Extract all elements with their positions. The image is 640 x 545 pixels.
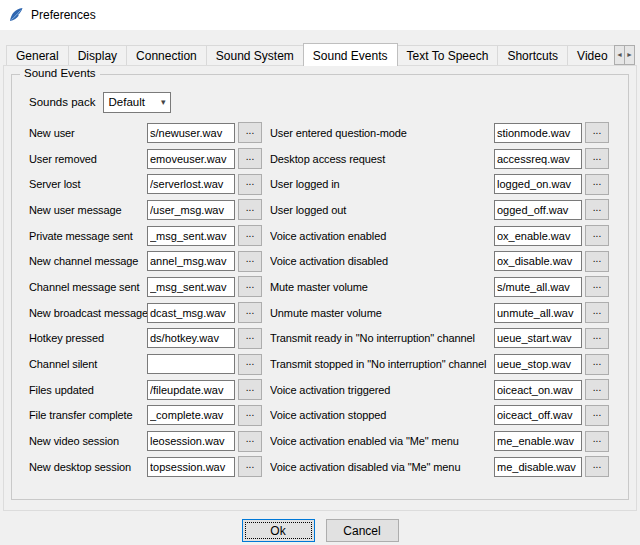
event-label: New user message — [29, 204, 147, 216]
browse-button[interactable]: ... — [585, 148, 609, 169]
sound-file-input[interactable] — [494, 405, 582, 425]
sound-file-input[interactable] — [147, 303, 235, 323]
sound-file-input[interactable] — [494, 226, 582, 246]
tab-bar: General Display Connection Sound System … — [3, 42, 637, 66]
sound-file-input[interactable] — [494, 328, 582, 348]
sound-file-input[interactable] — [147, 200, 235, 220]
sound-event-row: New video session ... Voice activation e… — [12, 428, 628, 454]
sound-file-input[interactable] — [147, 174, 235, 194]
event-label: Private message sent — [29, 230, 147, 242]
browse-button[interactable]: ... — [585, 276, 609, 297]
sound-events-groupbox: Sound Events Sounds pack Default ▾ New u… — [11, 74, 629, 500]
sound-file-input[interactable] — [494, 123, 582, 143]
event-label: Transmit ready in "No interruption" chan… — [270, 332, 494, 344]
browse-button[interactable]: ... — [585, 199, 609, 220]
tab-text-to-speech[interactable]: Text To Speech — [397, 45, 499, 66]
tab-display[interactable]: Display — [68, 45, 127, 66]
tab-general[interactable]: General — [6, 45, 69, 66]
browse-button[interactable]: ... — [585, 379, 609, 400]
sound-file-input[interactable] — [494, 303, 582, 323]
event-label: Desktop access request — [270, 153, 494, 165]
sound-event-row: New desktop session ... Voice activation… — [12, 454, 628, 480]
event-label: New video session — [29, 435, 147, 447]
tab-sound-system[interactable]: Sound System — [206, 45, 304, 66]
browse-button[interactable]: ... — [238, 456, 262, 477]
sound-file-input[interactable] — [147, 123, 235, 143]
browse-button[interactable]: ... — [238, 199, 262, 220]
browse-button[interactable]: ... — [585, 122, 609, 143]
sound-file-input[interactable] — [494, 277, 582, 297]
tab-scroll-right-button[interactable]: ► — [624, 45, 635, 65]
sound-file-input[interactable] — [147, 431, 235, 451]
sound-event-row: New user message ... User logged out ... — [12, 197, 628, 223]
browse-button[interactable]: ... — [238, 379, 262, 400]
chevron-down-icon: ▾ — [161, 97, 166, 107]
browse-button[interactable]: ... — [238, 225, 262, 246]
browse-button[interactable]: ... — [238, 122, 262, 143]
browse-button[interactable]: ... — [585, 328, 609, 349]
browse-button[interactable]: ... — [238, 174, 262, 195]
event-label: New broadcast message — [29, 307, 147, 319]
tab-scroll-buttons: ◄ ► — [614, 45, 635, 65]
browse-button[interactable]: ... — [585, 302, 609, 323]
browse-button[interactable]: ... — [238, 148, 262, 169]
sound-file-input[interactable] — [147, 149, 235, 169]
cancel-button[interactable]: Cancel — [326, 519, 399, 542]
sound-file-input[interactable] — [494, 200, 582, 220]
browse-button[interactable]: ... — [238, 302, 262, 323]
browse-button[interactable]: ... — [585, 225, 609, 246]
browse-button[interactable]: ... — [238, 405, 262, 426]
sound-file-input[interactable] — [147, 251, 235, 271]
tab-connection[interactable]: Connection — [126, 45, 207, 66]
sound-event-row: Hotkey pressed ... Transmit ready in "No… — [12, 326, 628, 352]
sound-file-input[interactable] — [494, 354, 582, 374]
sounds-pack-value: Default — [109, 96, 145, 108]
event-label: Hotkey pressed — [29, 332, 147, 344]
event-label: Channel message sent — [29, 281, 147, 293]
sound-file-input[interactable] — [494, 174, 582, 194]
sound-event-row: Server lost ... User logged in ... — [12, 171, 628, 197]
sound-event-row: New broadcast message ... Unmute master … — [12, 300, 628, 326]
browse-button[interactable]: ... — [585, 354, 609, 375]
tab-video[interactable]: Video — [567, 45, 617, 66]
sound-event-row: New user ... User entered question-mode … — [12, 120, 628, 146]
sound-file-input[interactable] — [494, 431, 582, 451]
sound-file-input[interactable] — [147, 380, 235, 400]
sound-file-input[interactable] — [494, 380, 582, 400]
browse-button[interactable]: ... — [238, 354, 262, 375]
sound-file-input[interactable] — [147, 328, 235, 348]
event-label: User entered question-mode — [270, 127, 494, 139]
event-label: Voice activation enabled — [270, 230, 494, 242]
sound-file-input[interactable] — [147, 226, 235, 246]
sound-file-input[interactable] — [147, 354, 235, 374]
event-label: User removed — [29, 153, 147, 165]
event-label: File transfer complete — [29, 409, 147, 421]
title-bar: Preferences — [0, 0, 640, 30]
event-label: Voice activation disabled — [270, 255, 494, 267]
tab-sound-events[interactable]: Sound Events — [303, 43, 398, 66]
browse-button[interactable]: ... — [238, 328, 262, 349]
ok-button[interactable]: Ok — [242, 519, 315, 542]
browse-button[interactable]: ... — [238, 276, 262, 297]
browse-button[interactable]: ... — [585, 251, 609, 272]
browse-button[interactable]: ... — [585, 174, 609, 195]
sound-file-input[interactable] — [494, 149, 582, 169]
sound-file-input[interactable] — [494, 251, 582, 271]
tab-shortcuts[interactable]: Shortcuts — [497, 45, 568, 66]
sound-file-input[interactable] — [147, 457, 235, 477]
browse-button[interactable]: ... — [585, 431, 609, 452]
sounds-pack-row: Sounds pack Default ▾ — [29, 91, 628, 113]
event-label: Unmute master volume — [270, 307, 494, 319]
sound-event-row: File transfer complete ... Voice activat… — [12, 403, 628, 429]
browse-button[interactable]: ... — [585, 456, 609, 477]
sound-file-input[interactable] — [494, 457, 582, 477]
event-label: Voice activation enabled via "Me" menu — [270, 435, 494, 447]
browse-button[interactable]: ... — [238, 431, 262, 452]
sounds-pack-select[interactable]: Default ▾ — [103, 92, 171, 113]
browse-button[interactable]: ... — [585, 405, 609, 426]
sound-file-input[interactable] — [147, 405, 235, 425]
sound-event-row: New channel message ... Voice activation… — [12, 248, 628, 274]
sound-event-row: User removed ... Desktop access request … — [12, 146, 628, 172]
browse-button[interactable]: ... — [238, 251, 262, 272]
sound-file-input[interactable] — [147, 277, 235, 297]
